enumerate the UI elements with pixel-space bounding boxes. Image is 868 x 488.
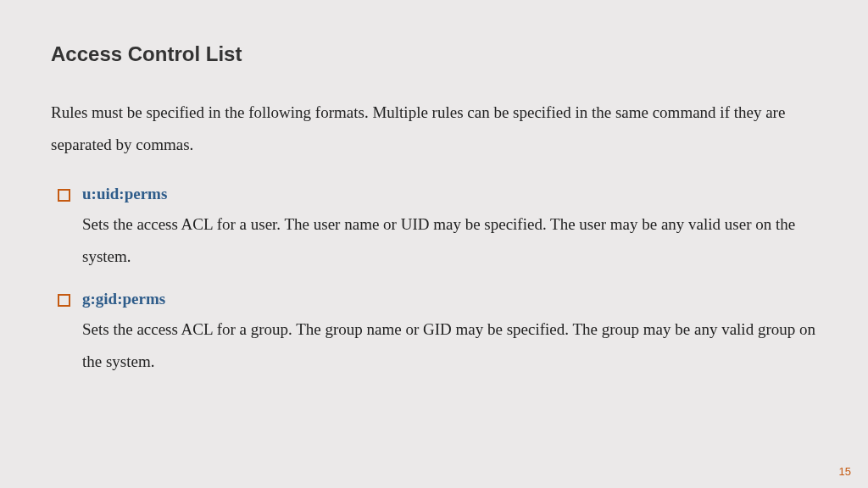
square-bullet-icon [58, 189, 70, 202]
rule-description: Sets the access ACL for a user. The user… [82, 215, 795, 265]
rule-label: g:gid:perms [82, 290, 817, 308]
list-item: u:uid:perms Sets the access ACL for a us… [58, 185, 817, 273]
rule-content: g:gid:perms Sets the access ACL for a gr… [82, 290, 817, 378]
page-number: 15 [839, 465, 851, 478]
list-item: g:gid:perms Sets the access ACL for a gr… [58, 290, 817, 378]
rule-label: u:uid:perms [82, 185, 817, 203]
square-bullet-icon [58, 294, 70, 307]
rule-content: u:uid:perms Sets the access ACL for a us… [82, 185, 817, 273]
intro-text: Rules must be specified in the following… [51, 97, 817, 161]
rule-description: Sets the access ACL for a group. The gro… [82, 320, 815, 370]
rule-list: u:uid:perms Sets the access ACL for a us… [51, 185, 817, 378]
slide-container: Access Control List Rules must be specif… [0, 0, 868, 488]
page-title: Access Control List [51, 42, 817, 66]
